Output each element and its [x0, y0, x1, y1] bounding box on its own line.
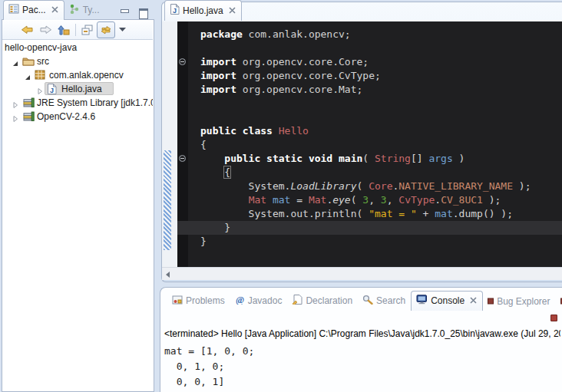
console-icon [416, 295, 428, 307]
fold-collapse-icon[interactable] [179, 155, 186, 162]
console-tab-search[interactable]: Search [358, 292, 411, 311]
code-editor[interactable]: package com.anlak.opencv;import org.open… [162, 21, 562, 267]
eclipse-workbench: { "package_explorer": { "tab_package_lab… [0, 0, 562, 392]
scroll-left-arrow-icon[interactable] [166, 272, 170, 278]
tree-item-hello-java[interactable]: JHello.java [2, 82, 153, 96]
code-token: Mat [309, 194, 326, 206]
code-token [273, 125, 279, 137]
code-token: public static void main [224, 153, 362, 164]
code-token: Mat [249, 194, 266, 206]
close-icon[interactable] [470, 295, 477, 306]
code-token [200, 166, 224, 178]
tree-collapse-arrow-icon[interactable] [12, 58, 19, 65]
tree-expand-arrow-icon[interactable] [12, 99, 19, 107]
package-explorer-icon [8, 4, 19, 16]
code-token: org.opencv.core.Mat; [236, 84, 362, 95]
tree-item-label: JRE System Library [jdk1.7.0 [37, 96, 153, 110]
view-menu-button[interactable] [115, 21, 131, 38]
code-token: public class [200, 125, 273, 137]
code-line: { [188, 138, 207, 152]
code-token: [] [411, 153, 428, 164]
tree-item-label: com.anlak.opencv [49, 68, 124, 82]
forward-button[interactable] [36, 21, 55, 38]
range-indicator [164, 150, 171, 250]
code-token: { [200, 139, 207, 150]
code-token: , [369, 194, 381, 206]
code-token: } [200, 236, 207, 247]
code-area: package com.anlak.opencv;import org.open… [188, 21, 562, 267]
code-token: ( [357, 180, 369, 192]
code-token: import [200, 56, 236, 68]
code-token: LoadLibrary [290, 180, 356, 192]
tree-expand-arrow-icon[interactable] [12, 113, 19, 120]
javadoc-icon: @ [235, 295, 245, 307]
toolbar-separator [75, 24, 76, 36]
code-token: + [417, 208, 435, 219]
code-token: ( [362, 153, 375, 164]
bug-square-icon [488, 296, 494, 307]
declaration-icon [292, 295, 302, 307]
problems-icon [172, 295, 183, 307]
code-token [266, 194, 273, 206]
close-icon[interactable] [51, 5, 58, 15]
code-token: 3 [381, 194, 387, 206]
console-tab-declaration[interactable]: Declaration [287, 292, 358, 311]
code-token: 3 [362, 194, 369, 206]
up-button[interactable] [55, 21, 73, 38]
code-token: ); [483, 194, 501, 206]
code-token [200, 194, 249, 206]
code-token: ( [351, 194, 363, 206]
code-token: Core [369, 180, 392, 192]
fold-collapse-icon[interactable] [179, 58, 186, 65]
tab-type-hierarchy-label: Ty... [83, 5, 100, 15]
tree-collapse-arrow-icon[interactable] [24, 71, 31, 79]
code-token: , [387, 194, 399, 206]
remove-launch-icon[interactable] [550, 315, 557, 321]
link-with-editor-button[interactable] [97, 21, 115, 38]
tree-expand-arrow-icon[interactable] [36, 85, 44, 93]
console-tab-problems[interactable]: Problems [167, 292, 230, 311]
tab-package-explorer[interactable]: Pac... [3, 0, 64, 20]
package-explorer-toolbar [2, 21, 153, 40]
console-output-line: 0, 0, 1] [164, 374, 560, 390]
code-token: com.anlak.opencv; [243, 28, 351, 40]
close-icon[interactable] [229, 5, 236, 16]
tree-item-opencv-2-4-6[interactable]: OpenCV-2.4.6 [2, 110, 153, 124]
console-output[interactable]: mat = [1, 0, 0; 0, 1, 0; 0, 0, 1] [164, 344, 560, 391]
project-tree: hello-opencv-javasrccom.anlak.opencvJHel… [2, 41, 153, 390]
tree-item-hello-opencv-java[interactable]: hello-opencv-java [2, 41, 153, 54]
code-token: org.opencv.core.CvType; [236, 70, 381, 81]
back-button[interactable] [18, 21, 36, 38]
code-line: Mat mat = Mat.eye( 3, 3, CvType.CV_8UC1 … [188, 193, 501, 207]
tree-item-src[interactable]: src [2, 54, 153, 68]
library-icon [22, 111, 35, 122]
minimize-button[interactable] [114, 6, 130, 20]
tab-type-hierarchy[interactable]: Ty... [64, 1, 105, 20]
code-token: Hello [279, 125, 309, 137]
console-tab-label: Javadoc [248, 295, 283, 306]
svg-text:J: J [50, 87, 54, 94]
editor-tab-row: J Hello.java [164, 2, 242, 21]
tab-hello-java-label: Hello.java [183, 5, 223, 16]
tree-item-com-anlak-opencv[interactable]: com.anlak.opencv [2, 68, 153, 82]
console-toolbar [161, 311, 562, 327]
code-line: import org.opencv.core.Core; [188, 55, 369, 69]
console-tab-bug-explorer[interactable]: Bug Explorer [483, 293, 555, 311]
code-token: { [224, 166, 230, 178]
console-tab-console[interactable]: Console [411, 291, 483, 311]
code-token: . [435, 194, 441, 206]
code-line: package com.anlak.opencv; [188, 28, 351, 41]
maximize-button[interactable] [132, 6, 148, 20]
tab-hello-java[interactable]: J Hello.java [164, 0, 242, 21]
code-token: args [428, 153, 452, 164]
console-tab-bug[interactable]: Bug [556, 293, 562, 311]
src-folder-icon [22, 56, 35, 67]
search-icon [362, 295, 373, 307]
tree-item-label: hello-opencv-java [5, 41, 77, 54]
console-tab-javadoc[interactable]: @Javadoc [230, 292, 288, 311]
editor-horizontal-scrollbar[interactable] [162, 267, 562, 280]
code-token: package [200, 28, 243, 40]
tree-item-jre-system-library-jdk1-7-0[interactable]: JRE System Library [jdk1.7.0 [2, 96, 153, 110]
tab-package-explorer-label: Pac... [22, 5, 46, 15]
collapse-all-button[interactable] [78, 21, 97, 38]
